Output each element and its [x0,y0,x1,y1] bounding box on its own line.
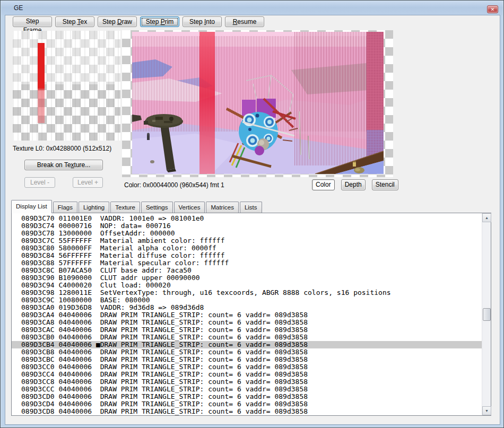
list-row[interactable]: 089D3CB4 04040006 ■DRAW PRIM TRIANGLE_ST… [12,341,482,348]
window-title: GE [14,4,23,12]
tab-lists[interactable]: Lists [240,202,262,213]
texture-info-label: Texture L0: 0x04288000 (512x512) [13,145,111,152]
screen: GE ✕ Step FrameStep TexStep DrawStep Pri… [0,0,504,428]
list-row[interactable]: 089D3C80 580000FF Material alpha color: … [12,244,482,252]
step-prim-button[interactable]: Step Prim [140,16,179,27]
list-row[interactable]: 089D3CCC 04040006 DRAW PRIM TRIANGLE_STR… [12,386,482,393]
depth-buffer-button[interactable]: Depth [341,179,366,190]
framebuffer-mode-buttons: ColorDepthStencil [312,179,398,190]
vertical-scrollbar[interactable]: ▲ ▼ [482,213,491,415]
tab-matrices[interactable]: Matrices [206,202,238,213]
red-bar [199,32,215,174]
tab-display-list[interactable]: Display List [11,200,52,213]
tab-texture[interactable]: Texture [110,202,140,213]
list-row[interactable]: 089D3CB0 04040006 DRAW PRIM TRIANGLE_STR… [12,334,482,341]
framebuffer-preview[interactable] [122,30,393,177]
tab-strip: Display ListFlagsLightingTextureSettings… [11,200,263,213]
tab-flags[interactable]: Flags [53,202,77,213]
tab-vertices[interactable]: Vertices [174,202,205,213]
display-list-rows: 089D3C70 011001E0 VADDR: 1001e0 => 08100… [12,213,482,415]
break-on-texture-button[interactable]: Break on Texture... [24,160,103,170]
display-list[interactable]: 089D3C70 011001E0 VADDR: 1001e0 => 08100… [11,213,491,416]
scroll-thumb[interactable] [483,308,491,321]
level-minus-button[interactable]: Level - [24,177,55,188]
scroll-up-icon: ▲ [485,216,489,220]
list-row[interactable]: 089D3CD8 04040006 DRAW PRIM TRIANGLE_STR… [12,408,482,415]
list-row[interactable]: 089D3CC8 04040006 DRAW PRIM TRIANGLE_STR… [12,378,482,386]
list-row[interactable]: 089D3C84 56FFFFFF Material diffuse color… [12,252,482,259]
texture-red-bar [38,43,45,123]
list-row[interactable]: 089D3CA8 04040006 DRAW PRIM TRIANGLE_STR… [12,319,482,326]
close-icon: ✕ [491,7,495,12]
list-row[interactable]: 089D3CC4 04040006 DRAW PRIM TRIANGLE_STR… [12,371,482,378]
framebuffer-info-label: Color: 0x00044000 (960x544) fmt 1 [124,181,224,189]
stencil-buffer-button[interactable]: Stencil [372,179,398,190]
texture-preview[interactable] [13,31,120,141]
scroll-down-icon: ▼ [485,409,489,413]
tab-lighting[interactable]: Lighting [79,202,109,213]
framebuffer-image [132,32,384,174]
list-row[interactable]: 089D3C78 13000000 OffsetAddr: 000000 [12,230,482,237]
list-row[interactable]: 089D3CD4 04040006 DRAW PRIM TRIANGLE_STR… [12,400,482,408]
ge-debugger-window: GE ✕ Step FrameStep TexStep DrawStep Pri… [0,0,504,428]
list-row[interactable]: 089D3C98 1280011E SetVertexType: through… [12,289,482,296]
scroll-down-button[interactable]: ▼ [482,406,491,415]
step-tex-button[interactable]: Step Tex [55,16,94,27]
title-bar[interactable]: GE ✕ [1,1,503,15]
tab-settings[interactable]: Settings [141,202,173,213]
texture-noise-overlay [13,31,120,141]
close-button[interactable]: ✕ [487,5,498,13]
list-row[interactable]: 089D3CA0 019D36D8 VADDR: 9d36d8 => 089d3… [12,304,482,311]
list-row[interactable]: 089D3C90 B1090000 CLUT addr upper 000900… [12,274,482,282]
color-buffer-button[interactable]: Color [312,179,335,190]
list-row[interactable]: 089D3CC0 04040006 DRAW PRIM TRIANGLE_STR… [12,363,482,371]
list-row[interactable]: 089D3C88 57FFFFFF Material specular colo… [12,259,482,267]
list-row[interactable]: 089D3C70 011001E0 VADDR: 1001e0 => 08100… [12,215,482,222]
list-row[interactable]: 089D3CBC 04040006 DRAW PRIM TRIANGLE_STR… [12,356,482,363]
list-row[interactable]: 089D3CAC 04040006 DRAW PRIM TRIANGLE_STR… [12,326,482,334]
step-frame-button[interactable]: Step Frame [13,16,52,27]
list-row[interactable]: 089D3C94 C4000020 Clut load: 000020 [12,282,482,289]
scroll-up-button[interactable]: ▲ [482,213,491,222]
list-row[interactable]: 089D3CD0 04040006 DRAW PRIM TRIANGLE_STR… [12,393,482,400]
step-into-button[interactable]: Step Into [183,16,222,27]
step-draw-button[interactable]: Step Draw [98,16,137,27]
list-row[interactable]: 089D3CB8 04040006 DRAW PRIM TRIANGLE_STR… [12,348,482,356]
list-row[interactable]: 089D3CA4 04040006 DRAW PRIM TRIANGLE_STR… [12,311,482,319]
list-row[interactable]: 089D3C74 00000716 NOP: data= 000716 [12,222,482,230]
level-plus-button[interactable]: Level + [73,177,103,188]
resume-button[interactable]: Resume [225,16,264,27]
list-row[interactable]: 089D3C8C B07ACA50 CLUT base addr: 7aca50 [12,267,482,274]
list-row[interactable]: 089D3C7C 55FFFFFF Material ambient color… [12,237,482,244]
list-row[interactable]: 089D3C9C 10080000 BASE: 080000 [12,296,482,304]
